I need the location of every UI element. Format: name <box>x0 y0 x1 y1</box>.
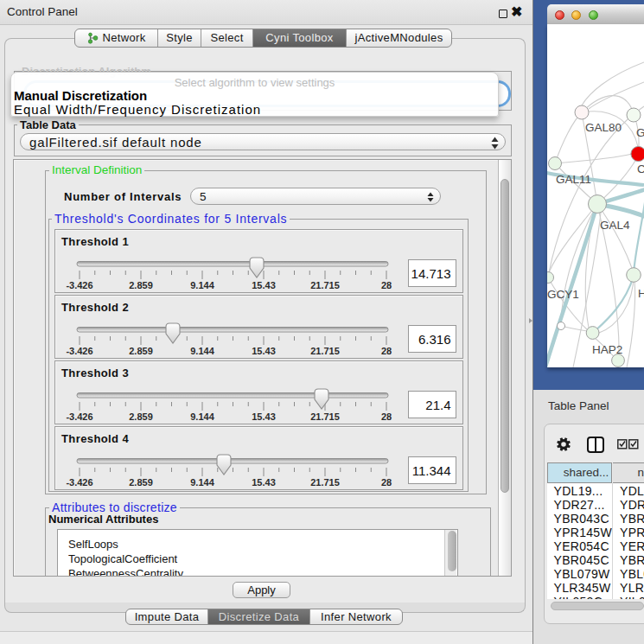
svg-text:C: C <box>637 163 644 175</box>
svg-text:GAL4: GAL4 <box>600 219 630 232</box>
svg-text:GAL80: GAL80 <box>585 121 622 134</box>
svg-text:GCY1: GCY1 <box>547 288 579 301</box>
svg-text:H: H <box>638 287 644 300</box>
svg-text:GA: GA <box>636 126 644 139</box>
svg-text:GAL11: GAL11 <box>556 173 591 186</box>
svg-text:HAP2: HAP2 <box>592 343 622 356</box>
